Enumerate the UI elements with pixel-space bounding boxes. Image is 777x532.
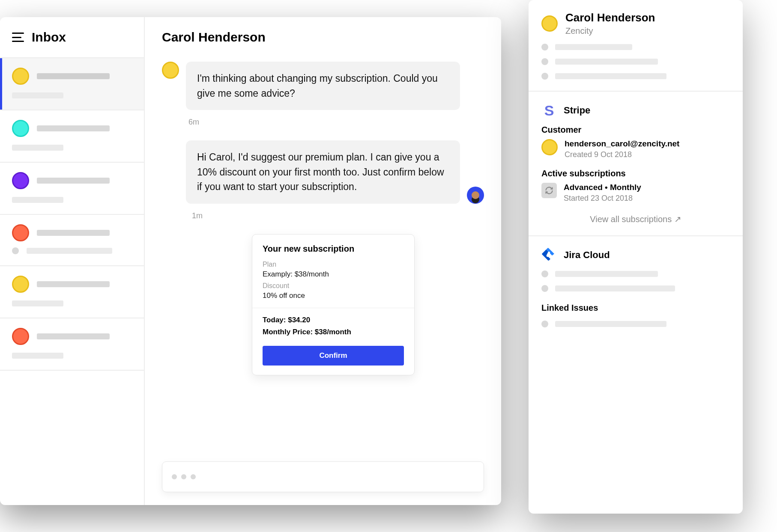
menu-icon[interactable] [12, 33, 24, 42]
contact-company: Zencity [565, 26, 655, 36]
placeholder-line [37, 178, 110, 184]
inbox-sidebar: Inbox [0, 17, 145, 505]
today-price: Today: $34.20 [263, 316, 404, 324]
app-window: Inbox [0, 17, 501, 505]
view-all-subscriptions[interactable]: View all subscriptions ↗ [541, 214, 730, 224]
stripe-section: S Stripe Customer henderson_carol@zencit… [529, 92, 743, 236]
conversation-item[interactable] [0, 110, 144, 163]
typing-dot [191, 474, 196, 479]
placeholder-line [37, 333, 110, 339]
sidebar-title: Inbox [32, 30, 66, 45]
stripe-title: Stripe [564, 105, 590, 116]
avatar-dot [12, 276, 29, 293]
subscription-card: Your new subscription Plan Examply: $38/… [252, 234, 415, 375]
message-customer: I'm thinking about changing my subscript… [162, 62, 484, 110]
plan-value: Examply: $38/month [263, 270, 404, 279]
message-bubble: I'm thinking about changing my subscript… [186, 62, 460, 110]
message-agent: Hi Carol, I'd suggest our premium plan. … [162, 140, 484, 204]
subscription-row[interactable]: Advanced • Monthly Started 23 Oct 2018 [541, 183, 730, 203]
customer-avatar [162, 62, 179, 79]
placeholder-line [27, 248, 112, 254]
conversation-list [0, 58, 144, 505]
avatar-dot [12, 68, 29, 85]
conversation-item[interactable] [0, 266, 144, 318]
avatar-dot-small [12, 247, 19, 254]
active-subs-label: Active subscriptions [541, 169, 730, 178]
placeholder-line [12, 92, 63, 98]
card-title: Your new subscription [263, 244, 404, 254]
placeholder-line [37, 230, 110, 236]
avatar-dot [12, 328, 29, 345]
subscription-started: Started 23 Oct 2018 [564, 194, 641, 203]
conversation-pane: Carol Henderson I'm thinking about chang… [145, 17, 501, 505]
typing-dot [172, 474, 177, 479]
placeholder-line [12, 300, 63, 306]
jira-section: Jira Cloud Linked Issues [529, 236, 743, 339]
avatar-dot [12, 224, 29, 241]
contact-name: Carol Henderson [565, 11, 655, 24]
contact-avatar [541, 15, 558, 32]
stripe-icon: S [541, 103, 557, 118]
linked-issues-label: Linked Issues [541, 303, 730, 313]
customer-created: Created 9 Oct 2018 [565, 150, 679, 159]
typing-dot [181, 474, 186, 479]
refresh-icon [541, 183, 557, 198]
conversation-item[interactable] [0, 318, 144, 371]
contact-section: Carol Henderson Zencity [529, 0, 743, 92]
sidebar-header: Inbox [0, 17, 144, 58]
plan-label: Plan [263, 261, 404, 268]
monthly-price: Monthly Price: $38/month [263, 328, 404, 336]
conversation-item[interactable] [0, 215, 144, 266]
customer-row[interactable]: henderson_carol@zencity.net Created 9 Oc… [541, 139, 730, 159]
discount-label: Discount [263, 282, 404, 290]
message-bubble: Hi Carol, I'd suggest our premium plan. … [186, 140, 460, 204]
jira-title: Jira Cloud [564, 250, 610, 261]
placeholder-line [37, 125, 110, 131]
placeholder-line [12, 197, 63, 203]
agent-avatar [467, 187, 484, 204]
placeholder-line [12, 353, 63, 359]
conversation-title: Carol Henderson [162, 30, 484, 45]
details-panel: Carol Henderson Zencity S Stripe Custome… [529, 0, 743, 514]
avatar-dot [12, 172, 29, 189]
jira-icon [541, 247, 557, 263]
placeholder-line [12, 145, 63, 151]
message-composer[interactable] [162, 461, 484, 492]
discount-value: 10% off once [263, 291, 404, 300]
customer-label: Customer [541, 125, 730, 135]
avatar-dot [12, 120, 29, 137]
conversation-item[interactable] [0, 58, 144, 110]
subscription-name: Advanced • Monthly [564, 183, 641, 192]
message-timestamp: 6m [188, 118, 484, 127]
placeholder-line [37, 281, 110, 287]
customer-email: henderson_carol@zencity.net [565, 139, 679, 149]
conversation-item[interactable] [0, 163, 144, 215]
customer-avatar [541, 139, 558, 155]
message-timestamp: 1m [192, 211, 484, 220]
message-thread: I'm thinking about changing my subscript… [162, 62, 484, 449]
confirm-button[interactable]: Confirm [263, 346, 404, 366]
placeholder-line [37, 73, 110, 79]
